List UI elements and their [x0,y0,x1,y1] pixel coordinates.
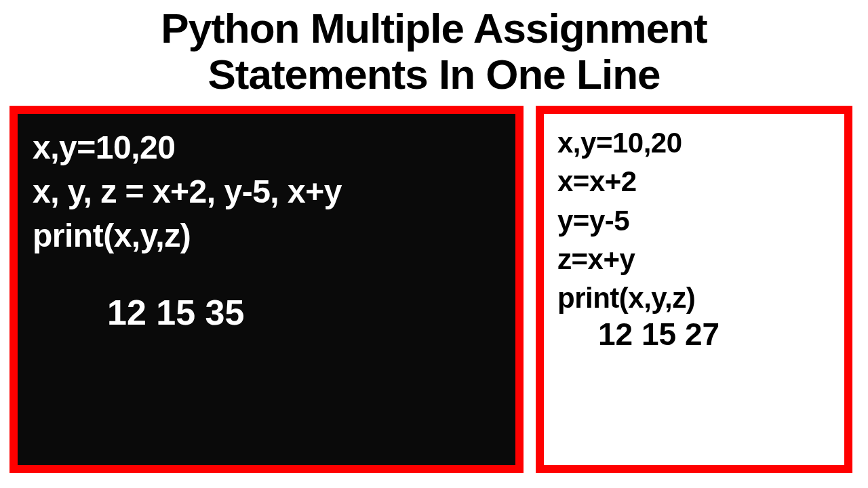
code-line: z=x+y [557,240,831,279]
code-output: 12 15 35 [33,292,500,333]
code-line: y=y-5 [557,201,831,240]
code-line: x=x+2 [557,162,831,201]
slide-title: Python Multiple Assignment Statements In… [0,0,868,98]
code-output: 12 15 27 [557,317,831,352]
title-line-2: Statements In One Line [0,52,868,98]
code-line: print(x,y,z) [33,214,500,258]
code-panel-left: x,y=10,20 x, y, z = x+2, y-5, x+y print(… [9,106,524,473]
code-line: x,y=10,20 [557,123,831,162]
title-line-1: Python Multiple Assignment [0,5,868,52]
code-line: print(x,y,z) [557,279,831,317]
code-line: x, y, z = x+2, y-5, x+y [33,170,500,214]
code-panel-right: x,y=10,20 x=x+2 y=y-5 z=x+y print(x,y,z)… [536,106,852,473]
code-line: x,y=10,20 [33,126,500,170]
code-panels-container: x,y=10,20 x, y, z = x+2, y-5, x+y print(… [0,98,868,473]
